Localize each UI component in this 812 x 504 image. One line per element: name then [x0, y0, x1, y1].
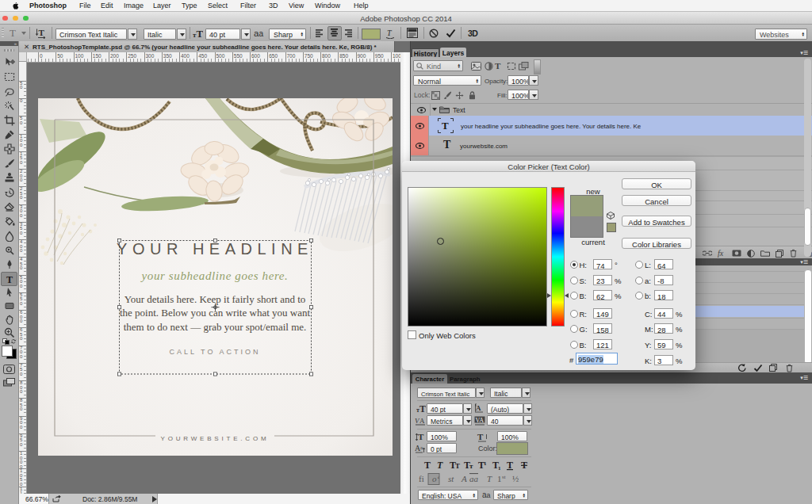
svg-text:A: A: [419, 417, 425, 425]
svg-text:T: T: [507, 460, 513, 471]
svg-text:1: 1: [498, 465, 501, 472]
svg-text:CALL TO ACTION: CALL TO ACTION: [170, 348, 261, 356]
svg-text:T: T: [424, 460, 431, 471]
svg-text:your subheadline goes here.: your subheadline goes here.: [140, 269, 289, 282]
svg-text:them to do next — grab your sp: them to do next — grab your spot/email m…: [124, 321, 307, 333]
svg-text:T: T: [39, 28, 45, 37]
svg-text:1: 1: [484, 460, 487, 467]
svg-text:aa: aa: [469, 474, 479, 483]
svg-text:T: T: [437, 460, 443, 471]
svg-text:T: T: [6, 274, 13, 285]
svg-text:YOURWEBSITE.COM: YOURWEBSITE.COM: [161, 435, 270, 442]
svg-text:T: T: [418, 432, 424, 441]
svg-text:T: T: [197, 29, 204, 38]
svg-text:1: 1: [497, 474, 502, 483]
svg-text:A: A: [476, 404, 481, 412]
svg-text:½: ½: [512, 474, 519, 483]
svg-text:T: T: [419, 404, 426, 413]
svg-text:VA: VA: [476, 417, 485, 424]
svg-text:st: st: [448, 474, 454, 483]
svg-text:T: T: [387, 29, 393, 37]
svg-text:T: T: [477, 432, 484, 441]
svg-text:YOUR HEADLINE: YOUR HEADLINE: [117, 240, 313, 258]
svg-text:T: T: [521, 460, 527, 471]
svg-text:T: T: [455, 462, 460, 470]
svg-text:a: a: [420, 445, 423, 451]
svg-text:fi: fi: [419, 474, 424, 483]
svg-text:Your details here. Keep it fai: Your details here. Keep it fairly short …: [124, 293, 306, 305]
svg-text:A: A: [461, 474, 467, 483]
svg-text:т: т: [469, 462, 473, 470]
svg-text:T: T: [487, 474, 492, 483]
svg-text:st: st: [502, 474, 506, 480]
svg-text:οʻ: οʻ: [432, 474, 440, 483]
svg-text:T: T: [442, 120, 449, 132]
